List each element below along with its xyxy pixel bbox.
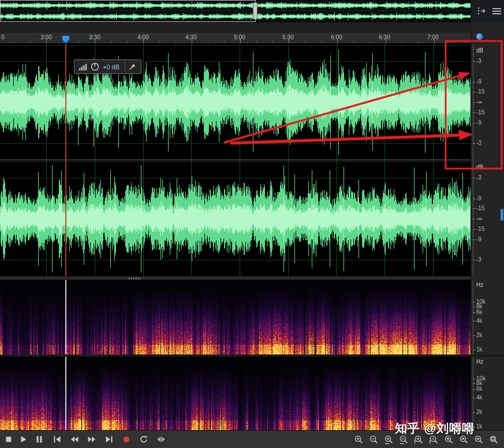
transport-skip-indicator-button[interactable]: [155, 433, 167, 446]
transport-play-button[interactable]: [17, 433, 29, 446]
scale-value-label: 2k: [476, 332, 483, 338]
scale-tick: [473, 229, 475, 230]
waveform-display[interactable]: +0 dB: [0, 44, 471, 276]
scale-unit-label: Hz: [476, 359, 483, 365]
spectrogram-playhead-line[interactable]: [65, 357, 66, 430]
gain-value[interactable]: +0 dB: [103, 64, 120, 70]
panel-splitter[interactable]: [0, 276, 471, 280]
scale-tick: [473, 302, 475, 303]
scale-tick: [473, 389, 475, 390]
playhead-marker[interactable]: [62, 36, 69, 43]
scale-tick: [473, 260, 475, 260]
audio-editor-window: 0 3:003:304:004:305:005:306:006:307:00 +…: [0, 0, 504, 448]
spectrogram-canvas-1[interactable]: [0, 280, 471, 354]
scale-tick: [473, 307, 475, 307]
scale-tick: [473, 199, 475, 199]
time-label: 5:00: [234, 34, 245, 40]
transport-pause-button[interactable]: [33, 433, 46, 446]
stop-icon: [3, 434, 14, 445]
scale-tick: [473, 321, 475, 322]
transport-record-button[interactable]: [120, 433, 133, 446]
scale-value-label: -9: [476, 79, 481, 85]
transport-skip-to-start-button[interactable]: [51, 433, 64, 446]
scale-value-label: -9: [476, 120, 481, 126]
loop-playback-icon: [139, 434, 149, 445]
rewind-icon: [69, 434, 80, 445]
scale-tick: [473, 61, 475, 62]
panel-menu-icon[interactable]: [492, 7, 501, 17]
scale-unit-label: dB: [476, 47, 483, 54]
zoom-in-icon: [354, 435, 364, 445]
skip-to-start-icon: [52, 434, 62, 445]
scale-value-label: -∞: [476, 215, 482, 222]
scale-value-label: -3: [476, 256, 481, 263]
pin-hud-icon[interactable]: [129, 63, 136, 70]
watermark: 知乎 @刘嘚嘚: [395, 420, 475, 436]
scale-value-label: -3: [476, 174, 481, 181]
scale-rail: dB-3-9-15-∞-15-9-3dB-3-9-15-∞-15-9-3Hz10…: [471, 0, 504, 430]
gain-hud[interactable]: +0 dB: [74, 59, 141, 74]
pause-icon: [34, 434, 44, 445]
skip-indicator-icon: [156, 434, 166, 445]
spectrogram-playhead-line[interactable]: [65, 280, 66, 354]
scale-value-label: -3: [476, 140, 481, 146]
zoom-in-horizontal-button[interactable]: [382, 433, 395, 446]
gain-knob-icon[interactable]: [91, 62, 99, 71]
playhead-line[interactable]: [65, 44, 66, 276]
scale-tick: [473, 208, 475, 209]
scale-tick: [473, 143, 475, 144]
time-label: 5:30: [282, 34, 293, 40]
hud-divider: [125, 62, 125, 72]
zoom-full-button[interactable]: [487, 433, 500, 446]
time-label: 3:30: [89, 34, 100, 40]
scale-tick: [473, 113, 475, 113]
scale-tick: [473, 102, 475, 103]
play-icon: [18, 434, 28, 445]
overview-range-handle[interactable]: [253, 2, 257, 20]
scale-value-label: -9: [476, 236, 481, 242]
scale-value-label: 6k: [476, 309, 483, 315]
timeline-ruler[interactable]: 0 3:003:304:004:305:005:306:006:307:00: [0, 32, 471, 44]
scale-value-label: -∞: [476, 99, 482, 105]
scale-tick: [473, 123, 475, 124]
splitter-grip[interactable]: [128, 278, 141, 279]
scale-value-label: -3: [476, 58, 481, 64]
transport-fast-forward-button[interactable]: [85, 433, 98, 446]
time-label: 7:00: [427, 34, 438, 40]
scale-value-label: 1k: [476, 346, 483, 353]
scale-value-label: -9: [476, 195, 481, 201]
spectrogram-canvas-2[interactable]: [0, 357, 471, 430]
zoom-in-horizontal-icon: [384, 435, 394, 445]
scale-value-label: 4k: [476, 394, 483, 401]
zoom-strip[interactable]: [0, 22, 471, 32]
waveform-canvas[interactable]: [0, 44, 471, 276]
record-icon: [121, 434, 132, 445]
scale-tick: [473, 379, 475, 379]
rail-toolbar: [471, 0, 504, 22]
scale-tick: [473, 92, 475, 92]
scale-tick: [473, 383, 475, 384]
spectrogram-channel-2[interactable]: [0, 357, 471, 430]
transport-rewind-button[interactable]: [68, 433, 81, 446]
zoom-full-icon: [489, 435, 499, 445]
transport-loop-playback-button[interactable]: [137, 433, 150, 446]
scale-value-label: -15: [476, 109, 484, 115]
transport-skip-to-end-button[interactable]: [103, 433, 115, 446]
pan-scroll-icon[interactable]: [476, 6, 487, 18]
level-meter-icon: [79, 64, 87, 70]
amplitude-scale-line: [473, 44, 473, 276]
zoom-in-button[interactable]: [352, 433, 365, 446]
rail-channel-divider: [471, 354, 504, 357]
scale-unit-label: Hz: [476, 282, 483, 288]
time-label: 3:00: [40, 34, 51, 40]
spectrogram-channel-1[interactable]: [0, 280, 471, 354]
overview-navigator[interactable]: [0, 0, 471, 22]
scale-tick: [473, 82, 475, 83]
transport-stop-button[interactable]: [2, 433, 15, 446]
zoom-out-button[interactable]: [367, 433, 380, 446]
ruler-options-icon[interactable]: [476, 33, 483, 40]
vertical-scrollbar-thumb[interactable]: [501, 209, 503, 221]
scale-value-label: -15: [476, 88, 484, 95]
overview-waveform-canvas[interactable]: [0, 0, 471, 22]
scale-tick: [473, 335, 475, 336]
